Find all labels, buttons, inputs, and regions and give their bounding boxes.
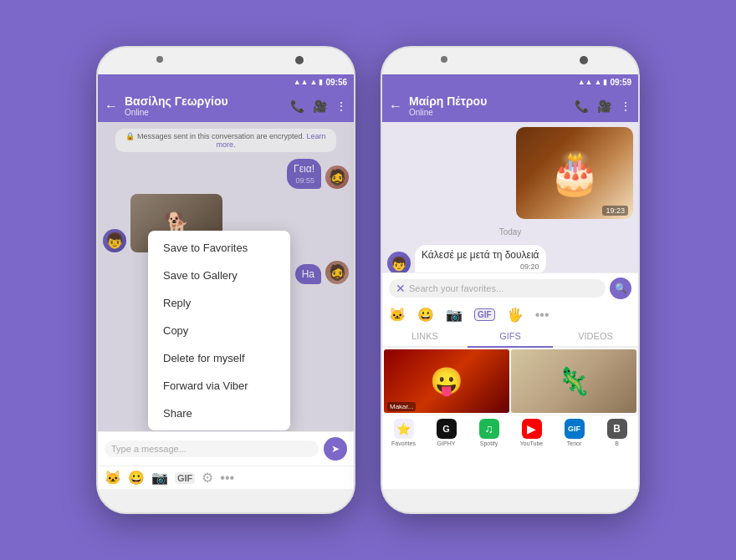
contact-info-1: Βασίλης Γεωργίου Online: [125, 94, 284, 117]
favorites-icon: ⭐: [394, 419, 414, 439]
tab-links[interactable]: LINKS: [382, 326, 468, 346]
app-label-other: B: [615, 440, 619, 446]
message-row-text: 👦 Κάλεσέ με μετά τη δουλειά 09:20: [387, 245, 633, 272]
app-spotify[interactable]: ♫ Spotify: [468, 419, 510, 446]
call-icon-2[interactable]: 📞: [575, 99, 589, 113]
video-icon-1[interactable]: 🎥: [313, 99, 327, 113]
more-icon-1[interactable]: ⋮: [335, 99, 347, 113]
gif-toolbar: 🐱 😀 📷 GIF 🖐 •••: [382, 303, 638, 326]
search-button[interactable]: 🔍: [610, 277, 631, 299]
camera-icon-1[interactable]: 📷: [151, 470, 168, 486]
battery-icon-2: ▮: [603, 78, 607, 86]
giphy-icon: G: [437, 419, 457, 439]
emoji-icon-2[interactable]: 😀: [417, 307, 434, 323]
signal-icon-2: ▲▲: [578, 78, 593, 86]
more-toolbar-icon-1[interactable]: •••: [220, 471, 234, 486]
gif-item-1[interactable]: 😛 Makar...: [384, 349, 509, 413]
search-placeholder[interactable]: Search your favorites...: [409, 283, 599, 293]
chat-input-area-1: Type a message... ➤: [98, 431, 354, 466]
bottom-apps: ⭐ Favorites G GIPHY ♫ Spotify ▶ YouTube: [382, 415, 638, 450]
gif-icon-2[interactable]: GIF: [474, 308, 495, 321]
phone-2: ▲▲ ▲ ▮ 09:59 ← Μαίρη Πέτρου Online 📞 🎥 ⋮: [381, 46, 640, 514]
context-menu-save-favorites[interactable]: Save to Favorites: [148, 234, 290, 262]
avatar-received-2: 👦: [387, 252, 411, 272]
context-menu-copy[interactable]: Copy: [148, 317, 290, 344]
gif-icon-1[interactable]: GIF: [175, 472, 195, 484]
more-icon-2[interactable]: ⋮: [620, 99, 631, 113]
emoji-icon-1[interactable]: 😀: [128, 470, 145, 486]
app-label-tenor: Tenor: [567, 440, 582, 446]
gif-label-1: Makar...: [387, 402, 416, 411]
phone-bottom-1: [98, 489, 354, 512]
hand-icon[interactable]: 🖐: [507, 307, 524, 323]
sticker-icon-1[interactable]: 🐱: [105, 470, 121, 486]
today-separator: Today: [387, 224, 633, 240]
tenor-icon: GIF: [565, 419, 585, 439]
status-bar-1: ▲▲ ▲ ▮ 09:56: [98, 74, 354, 89]
status-icons-1: ▲▲ ▲ ▮: [294, 78, 324, 86]
message-time-received: 09:20: [422, 262, 539, 271]
camera-2: [580, 56, 588, 64]
wifi-icon: ▲: [310, 78, 318, 86]
photo-time: 19:23: [602, 206, 628, 216]
message-text-received: Κάλεσέ με μετά τη δουλειά: [422, 249, 539, 261]
app-label-spotify: Spotify: [480, 440, 498, 446]
cancel-search-icon[interactable]: ✕: [396, 282, 406, 295]
settings-icon-1[interactable]: ⚙: [202, 470, 213, 486]
gif-grid: 😛 Makar... 🦎: [382, 348, 638, 415]
phone-screen-2: ▲▲ ▲ ▮ 09:59 ← Μαίρη Πέτρου Online 📞 🎥 ⋮: [382, 74, 638, 489]
chat-body-1: 🔒 Messages sent in this conversation are…: [98, 122, 354, 431]
message-input-1[interactable]: Type a message...: [105, 440, 319, 457]
camera-1: [295, 56, 304, 64]
call-icon-1[interactable]: 📞: [290, 99, 304, 113]
gif-tabs: LINKS GIFS VIDEOS: [382, 326, 638, 348]
speaker-1: [156, 56, 163, 63]
sticker-icon-2[interactable]: 🐱: [389, 307, 406, 323]
status-icons-2: ▲▲ ▲ ▮: [578, 78, 608, 86]
camera-icon-2[interactable]: 📷: [446, 307, 463, 323]
context-menu: Save to Favorites Save to Gallery Reply …: [148, 231, 290, 430]
speaker-2: [441, 56, 447, 63]
app-favorites[interactable]: ⭐ Favorites: [382, 419, 425, 446]
contact-status-1: Online: [125, 108, 284, 117]
app-label-giphy: GIPHY: [437, 440, 456, 446]
spotify-icon: ♫: [479, 419, 499, 439]
app-youtube[interactable]: ▶ YouTube: [510, 419, 553, 446]
header-icons-1: 📞 🎥 ⋮: [290, 99, 347, 113]
contact-name-2: Μαίρη Πέτρου: [409, 94, 568, 108]
back-button-2[interactable]: ←: [389, 99, 402, 114]
context-menu-share[interactable]: Share: [148, 400, 290, 427]
send-button-1[interactable]: ➤: [324, 437, 347, 461]
app-label-youtube: YouTube: [520, 440, 544, 446]
gif-item-2[interactable]: 🦎: [511, 349, 636, 413]
context-menu-delete[interactable]: Delete for myself: [148, 344, 290, 372]
context-menu-save-gallery[interactable]: Save to Gallery: [148, 262, 290, 289]
contact-info-2: Μαίρη Πέτρου Online: [409, 94, 568, 117]
cake-emoji: 🎂: [549, 149, 601, 197]
other-icon: B: [607, 419, 627, 439]
toolbar-1: 🐱 😀 📷 GIF ⚙ •••: [98, 466, 354, 489]
app-giphy[interactable]: G GIPHY: [425, 419, 468, 446]
message-row-photo: 🎂 19:23: [387, 127, 633, 219]
phone-top-1: [98, 48, 354, 74]
phone-screen-1: ▲▲ ▲ ▮ 09:56 ← Βασίλης Γεωργίου Online 📞…: [98, 74, 354, 489]
tab-videos[interactable]: VIDEOS: [553, 326, 638, 346]
status-time-2: 09:59: [610, 78, 631, 87]
context-menu-forward[interactable]: Forward via Viber: [148, 372, 290, 400]
chat-header-1: ← Βασίλης Γεωργίου Online 📞 🎥 ⋮: [98, 89, 354, 122]
tab-gifs[interactable]: GIFS: [468, 326, 553, 348]
app-other[interactable]: B B: [595, 419, 638, 446]
header-icons-2: 📞 🎥 ⋮: [575, 99, 631, 113]
contact-status-2: Online: [409, 108, 568, 117]
more-gif-icon[interactable]: •••: [535, 308, 549, 323]
app-tenor[interactable]: GIF Tenor: [553, 419, 595, 446]
cake-image: 🎂 19:23: [516, 127, 633, 219]
video-icon-2[interactable]: 🎥: [597, 99, 611, 113]
battery-icon: ▮: [319, 78, 323, 86]
back-button-1[interactable]: ←: [105, 99, 118, 114]
phone-top-2: [382, 48, 638, 74]
status-time-1: 09:56: [325, 78, 347, 87]
context-menu-reply[interactable]: Reply: [148, 289, 290, 317]
contact-name-1: Βασίλης Γεωργίου: [125, 94, 284, 108]
signal-icon: ▲▲: [294, 78, 309, 86]
